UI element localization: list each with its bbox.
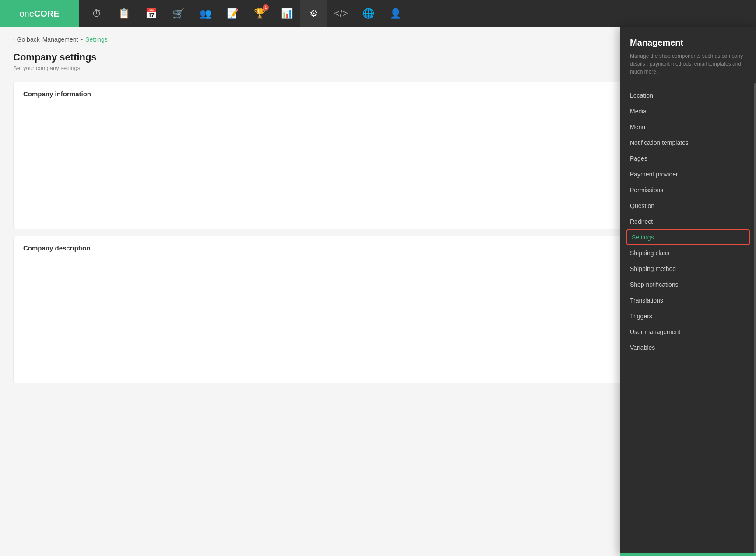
dropdown-header: Management Manage the shop components su… xyxy=(620,27,756,83)
dropdown-description: Manage the shop components such as compa… xyxy=(630,52,746,76)
chart-icon[interactable]: 📊 xyxy=(273,0,300,27)
scrollbar-track xyxy=(754,83,756,553)
nav-badge: 1 xyxy=(263,4,269,11)
breadcrumb-separator: - xyxy=(81,36,83,43)
menu-item-question[interactable]: Question xyxy=(620,198,756,214)
gear-icon[interactable]: ⚙ xyxy=(300,0,327,27)
dropdown-menu: LocationMediaMenuNotification templatesP… xyxy=(620,83,756,553)
nav-icons: ⏱📋📅🛒👥📝🏆1📊⚙</>🌐👤 xyxy=(79,0,756,27)
menu-item-payment-provider[interactable]: Payment provider xyxy=(620,166,756,182)
logo[interactable]: oneCORE xyxy=(0,0,79,27)
globe-icon[interactable]: 🌐 xyxy=(355,0,382,27)
dropdown-title: Management xyxy=(630,38,746,48)
card-title-company-desc: Company description xyxy=(23,244,90,252)
breadcrumb-current: Settings xyxy=(85,36,108,43)
breadcrumb-section: Management xyxy=(42,36,78,43)
menu-item-permissions[interactable]: Permissions xyxy=(620,182,756,198)
menu-item-variables[interactable]: Variables xyxy=(620,340,756,355)
cart-icon[interactable]: 🛒 xyxy=(165,0,192,27)
menu-item-redirect[interactable]: Redirect xyxy=(620,214,756,229)
menu-item-location[interactable]: Location xyxy=(620,88,756,103)
menu-item-shop-notifications[interactable]: Shop notifications xyxy=(620,277,756,292)
menu-item-pages[interactable]: Pages xyxy=(620,151,756,166)
menu-item-triggers[interactable]: Triggers xyxy=(620,308,756,324)
menu-item-user-management[interactable]: User management xyxy=(620,324,756,340)
menu-item-translations[interactable]: Translations xyxy=(620,292,756,308)
logo-suffix: CORE xyxy=(34,9,60,18)
clock-icon[interactable]: ⏱ xyxy=(83,0,110,27)
code-icon[interactable]: </> xyxy=(327,0,355,27)
menu-item-notification-templates[interactable]: Notification templates xyxy=(620,135,756,151)
menu-item-media[interactable]: Media xyxy=(620,103,756,119)
calendar-icon[interactable]: 📅 xyxy=(137,0,165,27)
back-button[interactable]: ‹ Go back xyxy=(13,36,40,43)
menu-item-shipping-method[interactable]: Shipping method xyxy=(620,261,756,277)
management-dropdown: Management Manage the shop components su… xyxy=(620,27,756,556)
menu-item-menu[interactable]: Menu xyxy=(620,119,756,135)
menu-item-settings[interactable]: Settings xyxy=(626,229,750,245)
checklist-icon[interactable]: 📝 xyxy=(219,0,246,27)
clipboard-icon[interactable]: 📋 xyxy=(110,0,137,27)
dropdown-menu-wrapper: LocationMediaMenuNotification templatesP… xyxy=(620,83,756,553)
logo-prefix: one xyxy=(19,9,34,18)
menu-item-shipping-class[interactable]: Shipping class xyxy=(620,245,756,261)
award-icon[interactable]: 🏆1 xyxy=(246,0,273,27)
users-icon[interactable]: 👥 xyxy=(192,0,219,27)
top-nav: oneCORE ⏱📋📅🛒👥📝🏆1📊⚙</>🌐👤 xyxy=(0,0,756,27)
user-icon[interactable]: 👤 xyxy=(382,0,409,27)
dropdown-bottom-bar xyxy=(620,553,756,556)
card-title-company-info: Company information xyxy=(23,90,91,98)
